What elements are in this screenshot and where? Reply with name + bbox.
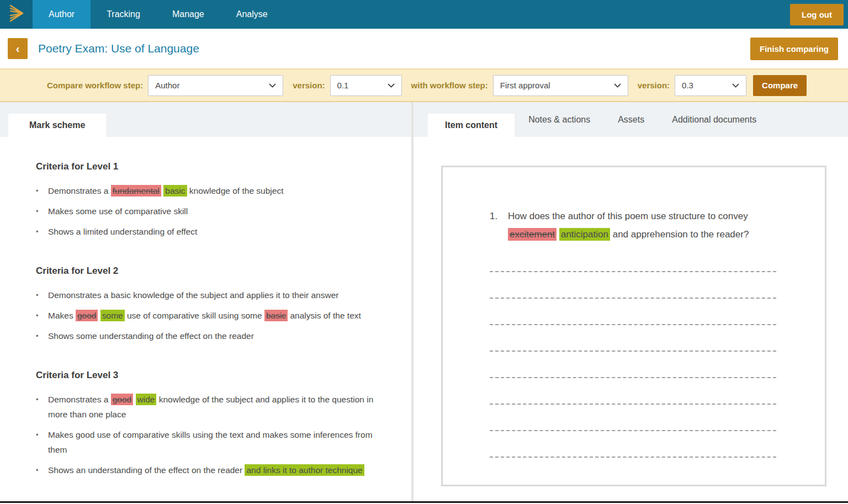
text-segment: Makes good use of comparative skills usi…: [48, 430, 373, 454]
bullet-icon: •: [36, 463, 48, 478]
deleted-text: basic: [264, 310, 288, 321]
version-label-right: version:: [638, 81, 670, 90]
tab-item-content[interactable]: Item content: [428, 114, 515, 137]
left-tab-strip: Mark scheme: [0, 102, 411, 137]
right-tab-strip: Item contentNotes & actionsAssetsAdditio…: [411, 102, 848, 137]
back-button[interactable]: ‹: [8, 38, 28, 59]
version-select-right[interactable]: 0.3: [675, 75, 746, 96]
version-left-value: 0.1: [337, 81, 381, 90]
logout-button[interactable]: Log out: [790, 4, 844, 25]
added-text: and links it to author technique: [245, 464, 364, 476]
text-segment: Demonstrates a: [48, 395, 111, 404]
section-criteria-for-level-3: Criteria for Level 3•Demonstrates a good…: [36, 370, 389, 478]
content-area: Criteria for Level 1•Demonstrates a fund…: [0, 137, 848, 501]
page-header: ‹ Poetry Exam: Use of Language Finish co…: [0, 29, 848, 68]
criteria-heading: Criteria for Level 1: [36, 161, 389, 172]
answer-line: [490, 430, 776, 431]
chevron-down-icon: [388, 83, 395, 88]
bullet-text: Demonstrates a fundamental basic knowled…: [48, 183, 379, 198]
nav-item-author[interactable]: Author: [33, 0, 91, 29]
section-criteria-for-level-1: Criteria for Level 1•Demonstrates a fund…: [36, 161, 389, 239]
workflow-step-select-left[interactable]: Author: [148, 75, 283, 96]
tab-notes-actions[interactable]: Notes & actions: [515, 102, 604, 137]
text-segment: Makes some use of comparative skill: [48, 206, 188, 216]
text-segment: and apprehension to the reader?: [610, 229, 749, 240]
text-segment: use of comparative skill using some: [125, 311, 264, 320]
chevron-down-icon: [614, 83, 621, 88]
question-number: 1.: [490, 207, 508, 243]
bullet-item: •Demonstrates a basic knowledge of the s…: [36, 288, 389, 303]
question-text: How does the author of this poem use str…: [508, 207, 787, 243]
criteria-sections: Criteria for Level 1•Demonstrates a fund…: [36, 161, 389, 478]
workflow-step-select-right[interactable]: First approval: [493, 75, 628, 96]
bullet-icon: •: [36, 392, 48, 422]
bullet-item: •Shows an understanding of the effect on…: [36, 463, 389, 478]
bullet-icon: •: [36, 183, 48, 198]
item-content-panel: 1. How does the author of this poem use …: [414, 137, 848, 501]
answer-line: [490, 324, 776, 325]
added-text: anticipation: [559, 228, 610, 241]
nav-item-analyse[interactable]: Analyse: [220, 0, 284, 29]
bullet-text: Makes some use of comparative skill: [48, 204, 379, 219]
criteria-heading: Criteria for Level 2: [36, 266, 389, 277]
bullet-text: Demonstrates a good wide knowledge of th…: [48, 392, 379, 422]
vertical-panel-divider: [411, 102, 414, 501]
chevron-down-icon: [732, 83, 739, 88]
added-text: wide: [136, 394, 157, 405]
bullet-item: •Demonstrates a fundamental basic knowle…: [36, 183, 389, 198]
answer-lines: [490, 271, 803, 458]
brand-logo[interactable]: [0, 0, 33, 29]
added-text: some: [100, 310, 125, 321]
deleted-text: excitement: [508, 228, 556, 241]
top-nav-bar: AuthorTrackingManageAnalyse Log out: [0, 0, 848, 29]
workflow-step-right-value: First approval: [500, 81, 607, 90]
section-criteria-for-level-2: Criteria for Level 2•Demonstrates a basi…: [36, 266, 389, 343]
bullet-icon: •: [36, 288, 48, 303]
nav-item-manage[interactable]: Manage: [156, 0, 220, 29]
bullet-icon: •: [36, 308, 48, 323]
bullet-text: Shows an understanding of the effect on …: [48, 463, 379, 478]
finish-comparing-button[interactable]: Finish comparing: [750, 38, 838, 60]
question-1: 1. How does the author of this poem use …: [490, 207, 803, 243]
question-paper-box: 1. How does the author of this poem use …: [441, 166, 826, 486]
text-segment: Makes: [48, 311, 76, 320]
nav-items: AuthorTrackingManageAnalyse: [33, 0, 284, 29]
text-segment: How does the author of this poem use str…: [508, 211, 748, 221]
page-title: Poetry Exam: Use of Language: [38, 42, 199, 55]
compare-button[interactable]: Compare: [753, 75, 807, 96]
brand-logo-icon: [7, 2, 26, 26]
bullet-item: •Makes good some use of comparative skil…: [36, 308, 389, 323]
bullet-item: •Demonstrates a good wide knowledge of t…: [36, 392, 389, 422]
bullet-text: Makes good some use of comparative skill…: [48, 308, 379, 323]
deleted-text: fundamental: [111, 185, 161, 197]
mark-scheme-panel: Criteria for Level 1•Demonstrates a fund…: [0, 137, 411, 501]
tab-mark-scheme[interactable]: Mark scheme: [8, 114, 106, 137]
tab-additional-documents[interactable]: Additional documents: [658, 102, 770, 137]
text-segment: Demonstrates a basic knowledge of the su…: [48, 290, 338, 300]
text-segment: Shows a limited understanding of effect: [48, 227, 197, 236]
bullet-icon: •: [36, 328, 48, 343]
deleted-text: good: [76, 310, 98, 321]
answer-line: [490, 271, 776, 272]
nav-item-tracking[interactable]: Tracking: [91, 0, 156, 29]
bullet-item: •Shows some understanding of the effect …: [36, 328, 389, 343]
tab-strips: Mark scheme Item contentNotes & actionsA…: [0, 102, 848, 137]
answer-line: [490, 457, 776, 458]
bullet-item: •Makes good use of comparative skills us…: [36, 427, 389, 457]
bullet-item: •Makes some use of comparative skill: [36, 204, 389, 219]
text-segment: Demonstrates a: [48, 186, 111, 195]
version-select-left[interactable]: 0.1: [330, 75, 402, 96]
answer-line: [490, 298, 776, 299]
answer-line: [490, 351, 776, 352]
workflow-step-left-value: Author: [155, 81, 262, 90]
text-segment: [133, 395, 135, 404]
bullet-text: Makes good use of comparative skills usi…: [48, 427, 379, 457]
with-workflow-step-label: with workflow step:: [411, 81, 488, 90]
bullet-text: Demonstrates a basic knowledge of the su…: [48, 288, 379, 303]
answer-line: [490, 377, 776, 378]
text-segment: Shows some understanding of the effect o…: [48, 331, 254, 341]
bullet-icon: •: [36, 204, 48, 219]
criteria-heading: Criteria for Level 3: [36, 370, 389, 381]
tab-assets[interactable]: Assets: [604, 102, 658, 137]
text-segment: Shows an understanding of the effect on …: [48, 465, 245, 475]
